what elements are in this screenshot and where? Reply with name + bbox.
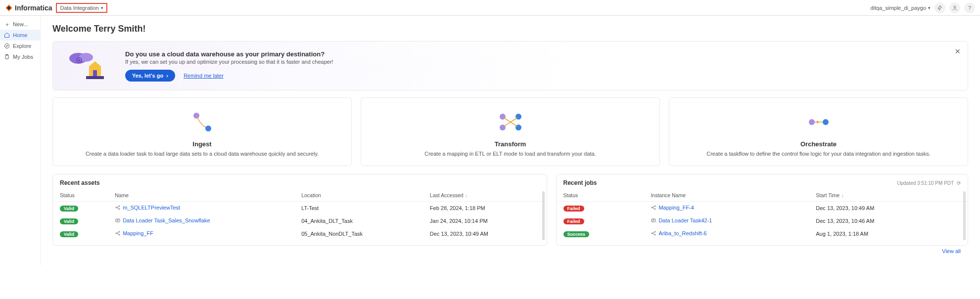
brand-text: Informatica [15,4,52,12]
job-link[interactable]: Ariba_to_Redshift-6 [651,230,706,236]
svg-point-20 [119,206,120,207]
card-ingest[interactable]: Ingest Create a data loader task to load… [52,97,352,166]
sidebar-item-label: My Jobs [13,54,33,60]
sidebar-item-myjobs[interactable]: My Jobs [0,51,40,62]
banner-illustration [62,48,116,83]
status-badge: Success [563,231,590,237]
table-row: ValidData Loader Task_Sales_Snowflake04_… [53,214,547,227]
table-row: ValidMapping_FF05_Ankita_NonDLT_TaskDec … [53,227,547,240]
panel-title: Recent jobs [563,179,597,186]
col-name[interactable]: Name [108,189,294,202]
topbar: Informatica Data Integration ▾ ditqa_sim… [0,0,980,16]
svg-point-0 [954,6,956,8]
card-desc: Create a data loader task to load large … [62,151,342,157]
jobs-table: Status Instance Name Start Time↓ FailedM… [557,189,968,240]
svg-rect-9 [86,76,104,79]
asset-location: LT-Test [294,202,423,215]
close-icon[interactable]: ✕ [955,47,961,55]
col-instance[interactable]: Instance Name [644,189,809,202]
card-desc: Create a taskflow to define the control … [678,151,959,157]
notifications-icon[interactable] [934,2,945,13]
svg-rect-22 [116,219,120,222]
svg-point-11 [205,126,211,131]
service-name: Data Integration [60,5,98,11]
panel-updated: Updated 3:51:10 PM PDT ⟳ [897,180,961,186]
asset-location: 05_Ankita_NonDLT_Task [294,227,423,240]
banner-cta-label: Yes, let's go [132,73,163,79]
panel-title: Recent assets [60,179,100,186]
asset-last-accessed: Feb 28, 2024, 1:18 PM [423,202,547,215]
asset-location: 04_Ankita_DLT_Task [294,214,423,227]
status-badge: Valid [60,206,78,212]
svg-point-32 [654,234,655,235]
svg-point-24 [119,231,120,232]
asset-link[interactable]: m_SQLELTPreviewTest [115,205,180,211]
status-badge: Failed [563,218,584,224]
svg-point-26 [652,207,653,208]
chevron-down-icon: ▾ [928,5,931,10]
informatica-logo-icon [5,4,13,12]
ingest-icon [62,109,342,135]
card-desc: Create a mapping in ETL or ELT mode to l… [370,151,651,157]
compass-icon [4,43,10,49]
org-selector[interactable]: ditqa_simple_di_paygo ▾ [870,5,931,11]
card-orchestrate[interactable]: Orchestrate Create a taskflow to define … [669,97,968,166]
home-icon [4,32,10,38]
sidebar-item-home[interactable]: Home [0,30,40,41]
scrollbar[interactable] [963,191,966,240]
job-link[interactable]: Data Loader Task42-1 [651,217,712,223]
recent-jobs-panel: Recent jobs Updated 3:51:10 PM PDT ⟳ Sta… [556,174,968,246]
asset-link[interactable]: Data Loader Task_Sales_Snowflake [115,217,210,223]
help-icon[interactable]: ? [964,2,975,13]
svg-point-28 [654,209,655,210]
status-badge: Valid [60,218,78,224]
user-icon[interactable] [949,2,960,13]
col-status[interactable]: Status [53,189,108,202]
card-title: Ingest [62,140,342,148]
sidebar-item-label: Home [13,32,27,38]
svg-point-21 [119,209,120,210]
layout: ＋ New... Home Explore My Jobs Welcome Te… [0,16,980,265]
svg-rect-29 [652,219,655,222]
svg-point-19 [116,207,117,208]
col-status[interactable]: Status [557,189,644,202]
sort-down-icon: ↓ [466,193,468,198]
sidebar-item-label: New... [13,21,28,27]
main-content: Welcome Terry Smith! ✕ Do you use a clou… [41,16,980,265]
remind-later-link[interactable]: Remind me later [184,73,224,79]
banner-text: Do you use a cloud data warehouse as you… [125,50,333,82]
table-row: Validm_SQLELTPreviewTestLT-TestFeb 28, 2… [53,202,547,215]
table-row: FailedData Loader Task42-1Dec 13, 2023, … [557,214,968,227]
card-transform[interactable]: Transform Create a mapping in ETL or ELT… [361,97,660,166]
plus-icon: ＋ [4,21,10,27]
sort-down-icon: ↓ [841,193,844,198]
svg-point-16 [809,119,815,125]
recent-assets-panel: Recent assets Status Name Location Last … [52,174,547,246]
banner-cta-button[interactable]: Yes, let's go › [125,70,175,82]
asset-last-accessed: Jan 24, 2024, 10:14 PM [423,214,547,227]
panels-row: Recent assets Status Name Location Last … [52,174,968,246]
col-last-accessed[interactable]: Last Accessed↓ [423,189,547,202]
service-selector[interactable]: Data Integration ▾ [56,3,107,13]
promo-banner: ✕ Do you use a cloud data warehouse as y… [52,41,968,90]
asset-link[interactable]: Mapping_FF [115,230,153,236]
job-link[interactable]: Mapping_FF-4 [651,205,694,211]
sidebar-item-new[interactable]: ＋ New... [0,19,40,30]
view-all-link[interactable]: View all [942,248,961,254]
status-badge: Failed [563,206,584,212]
svg-rect-8 [93,70,97,76]
svg-point-31 [654,231,655,232]
asset-last-accessed: Dec 13, 2023, 10:49 AM [423,227,547,240]
sidebar-item-label: Explore [13,43,31,49]
sidebar-item-explore[interactable]: Explore [0,41,40,51]
status-badge: Valid [60,231,78,237]
svg-point-7 [78,59,80,61]
card-title: Transform [370,140,651,148]
refresh-icon[interactable]: ⟳ [957,180,961,186]
scrollbar[interactable] [542,191,545,240]
banner-subtitle: If yes, we can set you up and optimize y… [125,59,333,65]
chevron-right-icon: › [166,73,168,79]
col-start-time[interactable]: Start Time↓ [809,189,968,202]
col-location[interactable]: Location [294,189,423,202]
svg-marker-17 [817,121,820,124]
